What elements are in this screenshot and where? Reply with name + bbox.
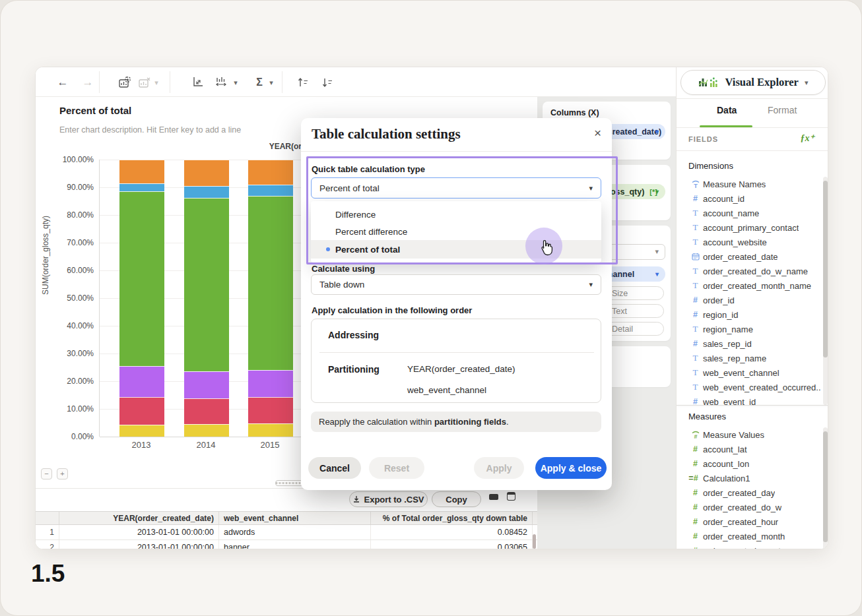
- dimension-field-item[interactable]: #web_event_id: [677, 394, 820, 405]
- table-header-cell[interactable]: % of Total order_gloss_qty down table: [371, 512, 533, 524]
- bar-segment-segment_red[interactable]: [184, 398, 229, 424]
- pill-caret-icon[interactable]: ▾: [655, 270, 659, 278]
- bar-segment-segment_purple[interactable]: [119, 366, 164, 397]
- bar-segment-segment_green[interactable]: [248, 196, 293, 371]
- dimension-field-item[interactable]: Tweb_event_channel: [677, 365, 820, 380]
- bar-segment-segment_red[interactable]: [119, 397, 164, 425]
- dimension-field-item[interactable]: Taccount_primary_contact: [677, 220, 820, 235]
- dimensions-scrollbar-thumb[interactable]: [823, 181, 828, 357]
- bar-segment-segment_blue[interactable]: [119, 183, 164, 192]
- swap-axes-icon[interactable]: [189, 74, 206, 91]
- chart-type-caret-icon[interactable]: ▾: [231, 74, 240, 91]
- tab-format[interactable]: Format: [768, 105, 797, 115]
- aggregate-sigma-icon[interactable]: Σ: [251, 74, 268, 91]
- add-calculation-icon[interactable]: ƒx⁺: [801, 133, 814, 144]
- zoom-out-button[interactable]: −: [41, 468, 52, 479]
- measure-field-item[interactable]: #account_lat: [677, 442, 820, 456]
- collapse-table-icon[interactable]: [489, 494, 498, 500]
- field-label: account_name: [703, 208, 759, 218]
- sort-ascending-icon[interactable]: [294, 74, 312, 91]
- table-header-cell[interactable]: web_event_channel: [219, 512, 371, 524]
- reset-button[interactable]: Reset: [369, 457, 424, 479]
- chart-type-icon[interactable]: [213, 74, 230, 91]
- table-header-cell[interactable]: YEAR(order_created_date): [59, 512, 219, 524]
- stacked-bar-2014[interactable]: [184, 160, 229, 437]
- bar-segment-segment_yellow[interactable]: [248, 423, 293, 437]
- table-vertical-scrollbar[interactable]: [533, 534, 536, 549]
- bar-segment-segment_orange[interactable]: [248, 160, 293, 185]
- copy-button[interactable]: Copy: [432, 491, 481, 507]
- measure-field-item[interactable]: #order_created_day: [677, 485, 820, 500]
- dropdown-option-label: Difference: [335, 210, 376, 220]
- measure-field-item[interactable]: #order_created_month: [677, 529, 820, 543]
- measures-scrollbar-thumb[interactable]: [823, 431, 828, 542]
- field-label: order_created_day: [703, 488, 775, 498]
- dropdown-option-label: Percent difference: [335, 227, 407, 237]
- measure-field-item[interactable]: #order_created_hour: [677, 514, 820, 529]
- bar-segment-segment_yellow[interactable]: [184, 424, 229, 437]
- apply-order-box: Addressing Partitioning YEAR(order_creat…: [311, 319, 601, 403]
- apply-and-close-button[interactable]: Apply & close: [535, 457, 607, 479]
- text-icon: T: [690, 324, 700, 334]
- measure-field-item[interactable]: #Measure Values: [677, 427, 820, 442]
- aggregate-caret-icon[interactable]: ▾: [267, 74, 276, 91]
- tab-data[interactable]: Data: [717, 105, 737, 115]
- x-tick-label: 2013: [119, 440, 164, 450]
- chart-horizontal-scrollbar[interactable]: [275, 480, 304, 486]
- calculate-using-select[interactable]: Table down ▾: [311, 274, 601, 295]
- export-csv-button[interactable]: Export to .CSV: [349, 491, 428, 507]
- close-icon[interactable]: ×: [594, 126, 601, 140]
- chart-description-placeholder[interactable]: Enter chart description. Hit Enter key t…: [59, 125, 241, 135]
- dimension-field-item[interactable]: Torder_created_do_w_name: [677, 264, 820, 278]
- pill-caret-icon[interactable]: ▾: [655, 128, 659, 135]
- table-row[interactable]: 22013-01-01 00:00:00banner0.03065: [36, 540, 537, 549]
- number-icon: #: [690, 517, 700, 526]
- stacked-bar-2013[interactable]: [119, 160, 164, 437]
- dimension-field-item[interactable]: Taccount_name: [677, 206, 820, 220]
- bar-segment-segment_purple[interactable]: [248, 370, 293, 396]
- bar-segment-segment_purple[interactable]: [184, 371, 229, 398]
- bar-segment-segment_blue[interactable]: [184, 186, 229, 197]
- sort-descending-icon[interactable]: [319, 74, 336, 91]
- field-label: order_created_date: [703, 252, 778, 262]
- visual-explorer-button[interactable]: Visual Explorer ▾: [680, 70, 826, 95]
- dimension-field-item[interactable]: order_created_date: [677, 249, 820, 264]
- expand-table-icon[interactable]: [507, 492, 515, 501]
- duplicate-chart-icon[interactable]: [116, 74, 133, 91]
- dimension-field-item[interactable]: Tweb_event_created_occurred...: [677, 380, 820, 394]
- table-header-cell[interactable]: [36, 512, 59, 524]
- field-label: order_created_hour: [703, 517, 778, 527]
- quick-calc-type-select[interactable]: Percent of total ▾: [311, 177, 601, 199]
- pill-caret-icon[interactable]: ▾: [655, 188, 659, 195]
- dimension-field-item[interactable]: #region_id: [677, 307, 820, 322]
- bar-segment-segment_red[interactable]: [248, 397, 293, 424]
- measure-field-item[interactable]: #order_created_do_w: [677, 500, 820, 514]
- dimension-field-item[interactable]: TMeasure Names: [677, 177, 820, 191]
- measure-field-item[interactable]: #order_created_quarter: [677, 543, 820, 549]
- measures-section-label: Measures: [688, 412, 726, 421]
- dropdown-option[interactable]: Difference: [311, 206, 601, 223]
- cancel-button[interactable]: Cancel: [308, 457, 361, 479]
- dimension-field-item[interactable]: Taccount_website: [677, 235, 820, 249]
- back-icon[interactable]: ←: [54, 74, 71, 91]
- chart-title[interactable]: Percent of total: [59, 105, 131, 116]
- bar-segment-segment_green[interactable]: [184, 198, 229, 372]
- dimension-field-item[interactable]: Tregion_name: [677, 322, 820, 336]
- partitioning-field: web_event_channel: [407, 385, 486, 395]
- dimension-field-item[interactable]: Torder_created_month_name: [677, 278, 820, 293]
- zoom-in-button[interactable]: +: [57, 468, 68, 479]
- dimension-field-item[interactable]: #sales_rep_id: [677, 336, 820, 351]
- dimension-field-item[interactable]: #order_id: [677, 293, 820, 307]
- measure-field-item[interactable]: #account_lon: [677, 456, 820, 471]
- bar-segment-segment_yellow[interactable]: [119, 425, 164, 437]
- bar-segment-segment_orange[interactable]: [119, 160, 164, 183]
- dimension-field-item[interactable]: #account_id: [677, 191, 820, 206]
- apply-button[interactable]: Apply: [474, 457, 524, 479]
- bar-segment-segment_green[interactable]: [119, 191, 164, 366]
- table-row[interactable]: 12013-01-01 00:00:00adwords0.08452: [36, 525, 537, 540]
- measure-field-item[interactable]: =#Calculation1: [677, 471, 820, 485]
- stacked-bar-2015[interactable]: [248, 160, 293, 437]
- bar-segment-segment_orange[interactable]: [184, 160, 229, 186]
- bar-segment-segment_blue[interactable]: [248, 185, 293, 196]
- dimension-field-item[interactable]: Tsales_rep_name: [677, 351, 820, 365]
